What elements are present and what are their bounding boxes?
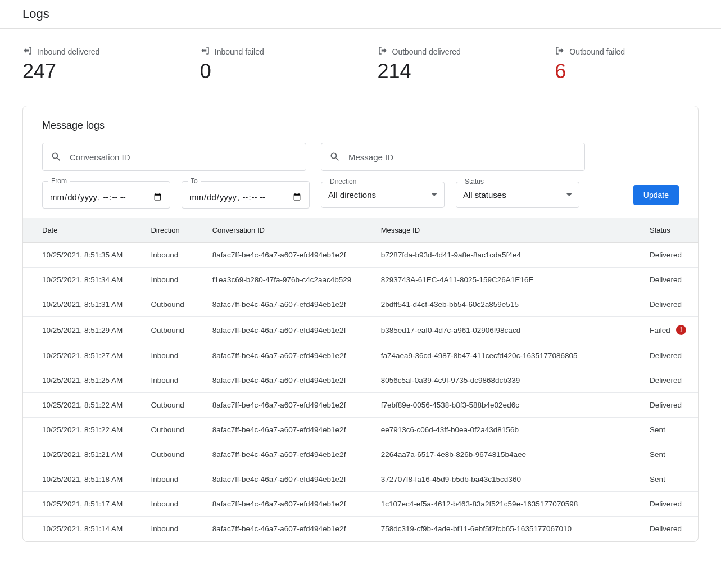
cell-status: Failed! [631, 317, 698, 343]
header-status[interactable]: Status [631, 218, 698, 243]
filter-row: From To Direction All directions Status … [42, 181, 679, 209]
table-row[interactable]: 10/25/2021, 8:51:14 AMInbound8afac7ff-be… [23, 517, 698, 541]
status-text: Delivered [650, 275, 682, 284]
table-row[interactable]: 10/25/2021, 8:51:27 AMInbound8afac7ff-be… [23, 343, 698, 368]
cell-date: 10/25/2021, 8:51:27 AM [23, 343, 131, 368]
cell-date: 10/25/2021, 8:51:34 AM [23, 268, 131, 292]
cell-status: Sent [631, 467, 698, 492]
page-header: Logs [0, 0, 721, 29]
cell-status: Delivered [631, 517, 698, 541]
message-logs-card: Message logs From To [22, 106, 699, 542]
direction-select[interactable]: Direction All directions [321, 182, 445, 208]
content: Inbound delivered247Inbound failed0Outbo… [0, 29, 721, 559]
cell-status: Sent [631, 418, 698, 442]
status-text: Delivered [650, 351, 682, 360]
header-message[interactable]: Message ID [362, 218, 631, 243]
table-row[interactable]: 10/25/2021, 8:51:31 AMOutbound8afac7ff-b… [23, 292, 698, 317]
logs-table: Date Direction Conversation ID Message I… [23, 218, 698, 541]
table-row[interactable]: 10/25/2021, 8:51:22 AMOutbound8afac7ff-b… [23, 393, 698, 418]
cell-date: 10/25/2021, 8:51:25 AM [23, 368, 131, 393]
page-title: Logs [22, 7, 699, 21]
search-message-field[interactable] [321, 143, 585, 171]
stat-label-text: Outbound delivered [392, 47, 461, 56]
table-row[interactable]: 10/25/2021, 8:51:18 AMInbound8afac7ff-be… [23, 467, 698, 492]
cell-direction: Inbound [131, 268, 193, 292]
stat-card: Inbound failed0 [200, 46, 344, 83]
cell-status: Delivered [631, 393, 698, 418]
table-row[interactable]: 10/25/2021, 8:51:34 AMInboundf1ea3c69-b2… [23, 268, 698, 292]
to-date-input[interactable] [189, 192, 302, 202]
stat-label-text: Inbound delivered [37, 47, 99, 56]
status-text: Delivered [650, 251, 682, 259]
cell-direction: Inbound [131, 343, 193, 368]
stats-row: Inbound delivered247Inbound failed0Outbo… [22, 46, 699, 83]
cell-direction: Inbound [131, 492, 193, 517]
status-text: Delivered [650, 524, 682, 533]
status-text: Delivered [650, 300, 682, 309]
table-row[interactable]: 10/25/2021, 8:51:17 AMInbound8afac7ff-be… [23, 492, 698, 517]
table-header-row: Date Direction Conversation ID Message I… [23, 218, 698, 243]
cell-status: Delivered [631, 243, 698, 268]
cell-conversation: 8afac7ff-be4c-46a7-a607-efd494eb1e2f [193, 343, 362, 368]
dropdown-icon [566, 193, 572, 196]
cell-status: Delivered [631, 492, 698, 517]
stat-value: 6 [555, 60, 699, 83]
status-select[interactable]: Status All statuses [456, 182, 579, 208]
status-text: Sent [650, 426, 665, 434]
cell-date: 10/25/2021, 8:51:22 AM [23, 393, 131, 418]
table-row[interactable]: 10/25/2021, 8:51:35 AMInbound8afac7ff-be… [23, 243, 698, 268]
cell-status: Delivered [631, 268, 698, 292]
direction-value: All directions [328, 190, 432, 200]
cell-date: 10/25/2021, 8:51:14 AM [23, 517, 131, 541]
inbound-icon [22, 46, 33, 57]
cell-message: 372707f8-fa16-45d9-b5db-ba43c15cd360 [362, 467, 631, 492]
cell-date: 10/25/2021, 8:51:21 AM [23, 442, 131, 467]
cell-message: 8056c5af-0a39-4c9f-9735-dc9868dcb339 [362, 368, 631, 393]
cell-message: 1c107ec4-ef5a-4612-b463-83a2f521c59e-163… [362, 492, 631, 517]
table-row[interactable]: 10/25/2021, 8:51:29 AMOutbound8afac7ff-b… [23, 317, 698, 343]
cell-message: 758dc319-cf9b-4ade-bf11-6ebf5f2fcb65-163… [362, 517, 631, 541]
table-row[interactable]: 10/25/2021, 8:51:21 AMOutbound8afac7ff-b… [23, 442, 698, 467]
cell-date: 10/25/2021, 8:51:31 AM [23, 292, 131, 317]
cell-message: b385ed17-eaf0-4d7c-a961-02906f98cacd [362, 317, 631, 343]
to-date-field[interactable]: To [182, 181, 310, 209]
message-id-input[interactable] [348, 152, 577, 162]
cell-conversation: 8afac7ff-be4c-46a7-a607-efd494eb1e2f [193, 368, 362, 393]
conversation-id-input[interactable] [70, 152, 298, 162]
from-date-field[interactable]: From [42, 181, 170, 209]
status-value: All statuses [463, 190, 566, 200]
status-label: Status [462, 178, 487, 186]
update-button[interactable]: Update [633, 185, 679, 205]
status-text: Failed [650, 326, 670, 334]
table-row[interactable]: 10/25/2021, 8:51:22 AMOutbound8afac7ff-b… [23, 418, 698, 442]
stat-card: Outbound delivered214 [378, 46, 522, 83]
header-date[interactable]: Date [23, 218, 131, 243]
header-direction[interactable]: Direction [131, 218, 193, 243]
cell-message: ee7913c6-c06d-43ff-b0ea-0f2a43d8156b [362, 418, 631, 442]
outbound-icon [555, 46, 565, 57]
status-text: Sent [650, 450, 665, 459]
cell-message: 8293743A-61EC-4A11-8025-159C26A1E16F [362, 268, 631, 292]
cell-message: fa74aea9-36cd-4987-8b47-411cecfd420c-163… [362, 343, 631, 368]
cell-message: f7ebf89e-0056-4538-b8f3-588b4e02ed6c [362, 393, 631, 418]
header-conversation[interactable]: Conversation ID [193, 218, 362, 243]
cell-conversation: 8afac7ff-be4c-46a7-a607-efd494eb1e2f [193, 317, 362, 343]
cell-direction: Outbound [131, 292, 193, 317]
card-title: Message logs [42, 120, 679, 132]
cell-direction: Inbound [131, 368, 193, 393]
cell-date: 10/25/2021, 8:51:17 AM [23, 492, 131, 517]
to-label: To [188, 177, 201, 185]
search-conversation-field[interactable] [42, 143, 306, 171]
stat-value: 247 [22, 60, 166, 83]
inbound-icon [200, 46, 210, 57]
error-icon: ! [676, 325, 686, 335]
table-row[interactable]: 10/25/2021, 8:51:25 AMInbound8afac7ff-be… [23, 368, 698, 393]
cell-conversation: 8afac7ff-be4c-46a7-a607-efd494eb1e2f [193, 517, 362, 541]
status-text: Delivered [650, 401, 682, 409]
cell-message: 2bdff541-d4cf-43eb-bb54-60c2a859e515 [362, 292, 631, 317]
stat-card: Outbound failed6 [555, 46, 699, 83]
status-text: Delivered [650, 376, 682, 385]
stat-value: 0 [200, 60, 344, 83]
from-date-input[interactable] [49, 192, 163, 202]
stat-value: 214 [378, 60, 522, 83]
